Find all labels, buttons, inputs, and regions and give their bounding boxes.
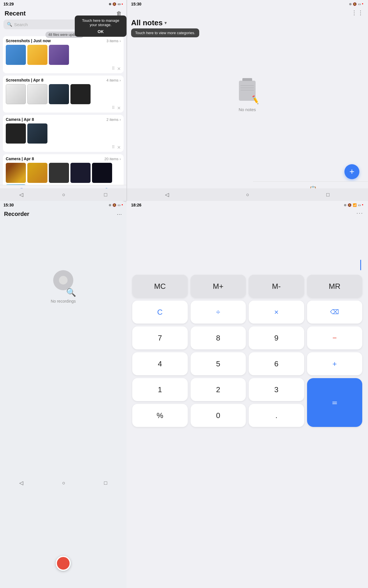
calc-time: 18:26 [131, 203, 141, 207]
close-icon-3[interactable]: ✕ [117, 145, 121, 150]
clipboard-line-2 [241, 88, 254, 88]
notes-mute-icon: 🔕 [353, 2, 357, 6]
record-button[interactable] [56, 556, 71, 571]
recents-btn-bl[interactable]: □ [104, 480, 107, 486]
close-icon-1[interactable]: ✕ [117, 66, 121, 71]
calc-clear-button[interactable]: C [132, 301, 188, 324]
tape-icon [53, 270, 73, 290]
calc-9-button[interactable]: 9 [249, 326, 304, 349]
toast-ok-button[interactable]: OK [79, 29, 122, 34]
album-count-3: 2 items › [106, 117, 121, 122]
calc-dot-button[interactable]: . [249, 404, 304, 427]
thumb-2-4[interactable] [70, 84, 91, 104]
calc-8-button[interactable]: 8 [191, 326, 246, 349]
calc-4-button[interactable]: 4 [132, 352, 188, 375]
notes-bluetooth-icon: ⊛ [349, 2, 352, 6]
sys-nav-tr: ◁ ○ □ [126, 188, 368, 201]
recorder-title: Recorder [4, 211, 29, 217]
calc-mc-button[interactable]: MC [132, 275, 188, 298]
thumb-4-3[interactable] [49, 163, 69, 183]
notes-more-button[interactable]: ⋮⋮ [351, 9, 364, 16]
calc-mr-button[interactable]: MR [307, 275, 363, 298]
calc-3-button[interactable]: 3 [249, 378, 304, 401]
calc-7-button[interactable]: 7 [132, 326, 188, 349]
calc-2-button[interactable]: 2 [191, 378, 246, 401]
recorder-header: Recorder ⋯ [0, 209, 126, 218]
drag-icon-1: ⠿ [112, 66, 115, 71]
album-actions-1: ⠿ ✕ [6, 66, 121, 71]
calc-equals-button[interactable]: ＝ [307, 378, 363, 427]
files-panel: 15:29 ⊛ 🔕 ▭ ● Recent 🗑 🔍 Search Touch he… [0, 0, 126, 201]
pencil-icon: ✏️ [250, 94, 261, 105]
home-btn-bl[interactable]: ○ [62, 480, 65, 486]
clipboard-line-3 [241, 90, 254, 90]
search-icon: 🔍 [7, 22, 12, 27]
calc-5-button[interactable]: 5 [191, 352, 246, 375]
thumb-4-2[interactable] [27, 163, 47, 183]
calc-mute-icon: 🔕 [348, 203, 352, 207]
album-header-3: Camera | Apr 8 2 items › [6, 117, 121, 122]
thumb-1-2[interactable] [27, 45, 47, 65]
notes-dropdown-arrow[interactable]: ▾ [164, 20, 167, 26]
home-btn-tr[interactable]: ○ [246, 192, 249, 198]
calc-number-grid: 7 8 9 − 4 5 6 + 1 2 3 ＝ % 0 . [126, 326, 368, 427]
calc-multiply-button[interactable]: × [249, 301, 304, 324]
calc-battery-icon: ▭ [358, 203, 361, 207]
thumb-2-3[interactable] [49, 84, 69, 104]
rec-dot: ● [122, 203, 123, 207]
calc-divide-button[interactable]: ÷ [191, 301, 246, 324]
thumb-1-1[interactable] [6, 45, 26, 65]
calc-mminus-button[interactable]: M- [249, 275, 304, 298]
album-title-1: Screenshots | Just now [6, 38, 51, 43]
sys-nav-bl: ◁ ○ □ [0, 477, 126, 489]
thumb-3-2[interactable] [27, 123, 47, 144]
recents-btn-tr[interactable]: □ [326, 192, 329, 198]
album-group-screenshots-apr8: Screenshots | Apr 8 4 items › ⠿ ✕ [3, 76, 124, 113]
close-icon-2[interactable]: ✕ [117, 105, 121, 111]
calc-1-button[interactable]: 1 [132, 378, 188, 401]
home-btn-tl[interactable]: ○ [62, 192, 65, 198]
calc-percent-button[interactable]: % [132, 404, 188, 427]
record-dot: ● [122, 3, 123, 5]
thumb-3-1[interactable] [6, 123, 26, 144]
thumb-4-5[interactable] [92, 163, 112, 183]
thumb-4-1[interactable] [6, 163, 26, 183]
calc-function-row: C ÷ × ⌫ [126, 301, 368, 326]
calc-0-button[interactable]: 0 [191, 404, 246, 427]
recorder-status-icons: ⊛ 🔕 ▭ ● [109, 203, 123, 207]
notes-fab-button[interactable]: + [344, 164, 359, 179]
calc-more-button[interactable]: ··· [356, 210, 363, 216]
search-placeholder: Search [14, 22, 28, 27]
album-header-4: Camera | Apr 8 20 items › [6, 156, 121, 161]
drag-icon-3: ⠿ [112, 145, 115, 150]
rec-mute-icon: 🔕 [112, 203, 116, 207]
notes-fab-plus-icon: + [349, 167, 354, 176]
calc-delete-button[interactable]: ⌫ [307, 301, 363, 324]
calc-minus-button[interactable]: − [307, 326, 363, 349]
thumb-1-3[interactable] [49, 45, 69, 65]
back-btn-bl[interactable]: ◁ [19, 480, 23, 486]
calc-cursor [360, 260, 361, 270]
thumb-2-1[interactable] [6, 84, 26, 104]
thumb-4-4[interactable] [70, 163, 91, 183]
album-header-2: Screenshots | Apr 8 4 items › [6, 78, 121, 82]
files-title: Recent [5, 10, 26, 17]
album-title-2: Screenshots | Apr 8 [6, 78, 43, 82]
recents-btn-tl[interactable]: □ [104, 192, 107, 198]
thumb-2-2[interactable] [27, 84, 47, 104]
recorder-empty-state: 🔍 No recordings [0, 270, 126, 303]
back-btn-tl[interactable]: ◁ [19, 192, 23, 198]
calculator-panel: 18:26 ⊛ 🔕 📶 ▭ ● ··· MC M+ M- MR C ÷ × ⌫ … [126, 201, 368, 588]
tl-time: 15:29 [3, 2, 14, 6]
back-btn-tr[interactable]: ◁ [165, 192, 169, 198]
drag-icon-2: ⠿ [112, 105, 115, 111]
recorder-more-button[interactable]: ⋯ [117, 211, 122, 217]
album-actions-2: ⠿ ✕ [6, 105, 121, 111]
bluetooth-icon: ⊛ [109, 2, 111, 6]
calc-plus-button[interactable]: + [307, 352, 363, 375]
notes-panel: 15:30 ⊛ 🔕 ▭ ● ⋮⋮ All notes ▾ Touch here … [126, 0, 368, 201]
calc-mplus-button[interactable]: M+ [191, 275, 246, 298]
calc-6-button[interactable]: 6 [249, 352, 304, 375]
rec-battery-icon: ▭ [118, 203, 120, 207]
recorder-empty-illustration: 🔍 [50, 270, 76, 296]
